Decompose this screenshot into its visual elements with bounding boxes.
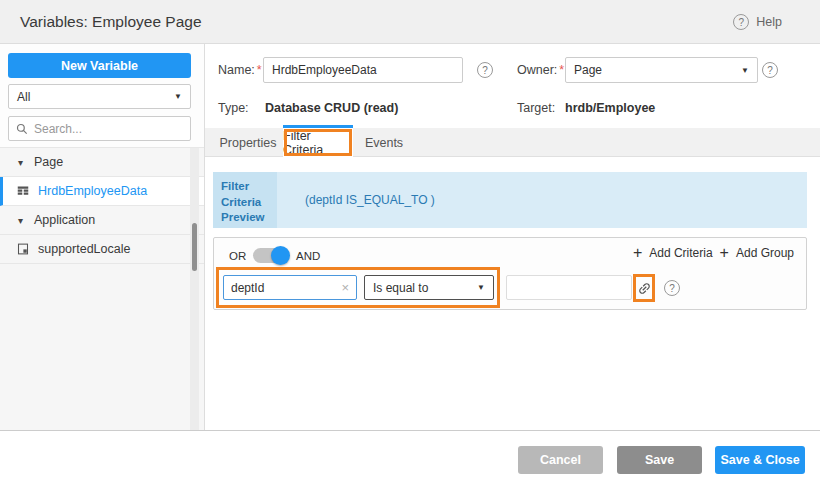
criteria-value-input[interactable] [506, 275, 632, 300]
owner-select[interactable]: Page ▼ [565, 57, 758, 83]
variable-tree: ▾ Page HrdbEmployeeData ▾ Application su… [0, 147, 204, 430]
database-icon [16, 184, 30, 198]
target-label: Target: [517, 101, 555, 115]
caret-down-icon: ▼ [741, 66, 749, 75]
preview-value: (deptId IS_EQUAL_TO ) [277, 172, 807, 228]
caret-down-icon: ▼ [477, 283, 485, 292]
tree-item-label: supportedLocale [38, 242, 130, 256]
name-input[interactable] [263, 57, 463, 83]
dialog-footer: Cancel Save Save & Close [0, 430, 820, 490]
add-group-button[interactable]: Add Group [736, 246, 794, 260]
add-criteria-button[interactable]: Add Criteria [649, 246, 712, 260]
sidebar-item-hrdbemployeedata[interactable]: HrdbEmployeeData [0, 177, 204, 206]
plus-icon[interactable]: + [720, 245, 729, 261]
add-actions: + Add Criteria + Add Group [633, 245, 794, 261]
help-label: Help [756, 15, 782, 29]
owner-value: Page [574, 63, 602, 77]
name-help-icon[interactable]: ? [477, 62, 493, 78]
preview-label: Filter Criteria Preview [213, 172, 277, 228]
search-input[interactable] [34, 122, 189, 136]
toggle-knob[interactable] [271, 246, 290, 265]
required-marker: * [257, 63, 262, 77]
variable-type-filter-value: All [17, 90, 30, 104]
plus-icon[interactable]: + [633, 245, 642, 261]
clear-icon[interactable]: × [341, 280, 349, 295]
sidebar-item-page-group[interactable]: ▾ Page [0, 148, 204, 177]
and-label: AND [296, 250, 320, 262]
collapse-arrow-icon[interactable]: ▾ [18, 157, 34, 168]
page-title: Variables: Employee Page [20, 0, 202, 44]
variable-search [8, 116, 191, 141]
or-and-toggle[interactable] [253, 248, 288, 263]
highlight-bind-icon [633, 274, 655, 302]
save-button[interactable]: Save [617, 446, 702, 474]
criteria-builder: OR AND + Add Criteria + Add Group × Is e… [213, 237, 807, 310]
tab-filter-criteria[interactable]: Filter Criteria [283, 128, 353, 157]
link-icon[interactable] [633, 277, 654, 298]
dialog-header: Variables: Employee Page ? Help [0, 0, 820, 44]
tree-item-label: HrdbEmployeeData [38, 184, 147, 198]
sidebar-scrollbar[interactable] [190, 148, 199, 430]
caret-down-icon: ▼ [174, 92, 182, 101]
variables-dialog: Variables: Employee Page ? Help New Vari… [0, 0, 820, 490]
tab-events[interactable]: Events [353, 128, 415, 157]
tab-bar: Properties Filter Criteria Events [205, 128, 820, 157]
new-variable-button[interactable]: New Variable [8, 53, 191, 78]
tab-properties[interactable]: Properties [213, 128, 283, 157]
type-label: Type: [218, 101, 249, 115]
criteria-field-input[interactable] [231, 281, 337, 295]
or-label: OR [229, 250, 246, 262]
owner-help-icon[interactable]: ? [762, 62, 778, 78]
required-marker: * [559, 63, 564, 77]
search-icon [16, 123, 28, 135]
criteria-field-box: × [223, 275, 357, 300]
help-button[interactable]: ? Help [733, 0, 782, 44]
condition-select[interactable]: Is equal to ▼ [364, 275, 494, 300]
variable-type-filter-select[interactable]: All ▼ [8, 84, 191, 109]
tree-group-label: Application [34, 213, 95, 227]
sidebar-item-supportedlocale[interactable]: supportedLocale [0, 235, 204, 264]
variables-sidebar: New Variable All ▼ ▾ Page HrdbEmployeeDa… [0, 44, 205, 430]
cancel-button[interactable]: Cancel [518, 446, 603, 474]
filter-criteria-preview: Filter Criteria Preview (deptId IS_EQUAL… [213, 172, 807, 228]
criteria-help-icon[interactable]: ? [664, 280, 680, 296]
condition-value: Is equal to [373, 281, 428, 295]
target-value: hrdb/Employee [565, 101, 655, 115]
save-and-close-button[interactable]: Save & Close [715, 446, 805, 474]
owner-label: Owner:* [517, 63, 564, 77]
collapse-arrow-icon[interactable]: ▾ [18, 215, 34, 226]
variable-detail-panel: Name:* ? Owner:* Page ▼ ? Type: Database… [205, 44, 820, 430]
type-value: Database CRUD (read) [265, 101, 398, 115]
scrollbar-thumb[interactable] [192, 223, 197, 271]
help-icon: ? [733, 14, 749, 30]
name-label: Name:* [218, 63, 262, 77]
sidebar-item-application-group[interactable]: ▾ Application [0, 206, 204, 235]
tree-group-label: Page [34, 155, 63, 169]
document-icon [16, 242, 30, 256]
